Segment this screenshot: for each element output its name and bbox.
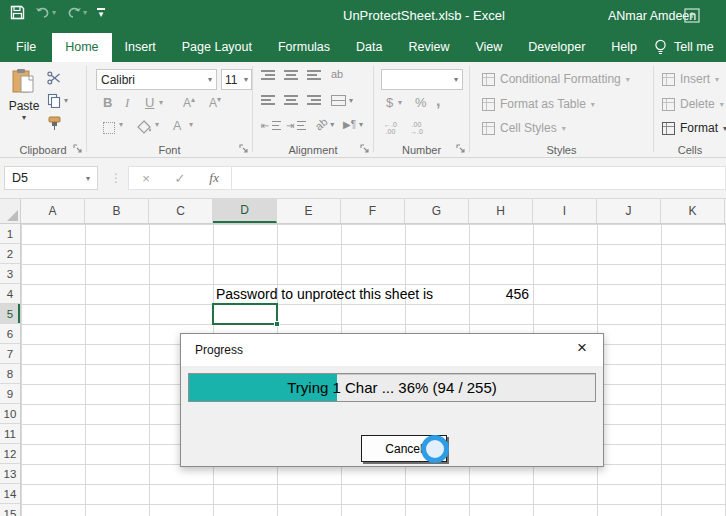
column-header-d[interactable]: D <box>213 199 277 223</box>
select-all-button[interactable] <box>0 199 21 223</box>
tab-data[interactable]: Data <box>343 33 395 62</box>
dialog-close-icon[interactable]: × <box>571 338 593 358</box>
font-color-button[interactable]: A <box>173 119 181 133</box>
bold-button[interactable]: B <box>103 95 112 110</box>
decrease-decimal-icon[interactable]: ←.0 .00 <box>384 121 397 135</box>
borders-icon[interactable] <box>103 122 115 134</box>
row-header-1[interactable]: 1 <box>0 224 20 244</box>
tell-me-label[interactable]: Tell me <box>674 33 714 62</box>
paste-caret-icon[interactable]: ▾ <box>22 113 26 122</box>
number-dialog-launcher-icon[interactable] <box>456 144 466 154</box>
format-as-table-button[interactable]: Format as Table ▾ <box>482 97 595 111</box>
column-header-f[interactable]: F <box>341 199 405 223</box>
paste-button[interactable]: Paste ▾ <box>6 68 42 136</box>
row-header-3[interactable]: 3 <box>0 264 20 284</box>
row-header-13[interactable]: 13 <box>0 464 20 484</box>
middle-align-button[interactable] <box>284 70 298 80</box>
increase-decimal-icon[interactable]: .00 →.0 <box>410 121 423 135</box>
fill-color-icon[interactable] <box>137 120 153 134</box>
percent-style-button[interactable]: % <box>415 95 427 110</box>
format-cells-button[interactable]: Format ▾ <box>662 121 726 135</box>
fill-handle[interactable] <box>274 321 280 327</box>
undo-caret-icon[interactable]: ▾ <box>52 8 56 17</box>
row-header-15[interactable]: 15 <box>0 504 20 516</box>
row-header-7[interactable]: 7 <box>0 344 20 364</box>
active-cell-d5[interactable] <box>212 303 278 325</box>
orientation-button[interactable]: ab▾ <box>315 118 334 130</box>
text-direction-button[interactable]: ▶¶▾ <box>343 119 363 130</box>
alignment-dialog-launcher-icon[interactable] <box>360 144 370 154</box>
row-header-14[interactable]: 14 <box>0 484 20 504</box>
row-header-9[interactable]: 9 <box>0 384 20 404</box>
comma-style-button[interactable]: , <box>436 92 440 110</box>
increase-indent-button[interactable]: ⇥ <box>286 120 306 131</box>
font-size-combobox[interactable]: 11 ▾ <box>221 69 252 90</box>
number-format-combobox[interactable]: ▾ <box>381 69 463 90</box>
column-header-i[interactable]: I <box>533 199 597 223</box>
column-header-b[interactable]: B <box>85 199 149 223</box>
accounting-format-button[interactable]: $ <box>386 95 393 110</box>
tab-insert[interactable]: Insert <box>112 33 169 62</box>
fill-color-caret-icon[interactable]: ▾ <box>155 120 159 129</box>
decrease-indent-button[interactable]: ⇤ <box>261 120 281 131</box>
row-header-11[interactable]: 11 <box>0 424 20 444</box>
borders-caret-icon[interactable]: ▾ <box>119 120 123 129</box>
formula-bar-resize-dots-icon[interactable]: ⋮ <box>110 171 122 185</box>
redo-caret-icon[interactable]: ▾ <box>83 8 87 17</box>
row-header-8[interactable]: 8 <box>0 364 20 384</box>
row-header-12[interactable]: 12 <box>0 444 20 464</box>
copy-button[interactable]: ▾ <box>47 93 68 108</box>
column-header-g[interactable]: G <box>405 199 469 223</box>
copy-caret-icon[interactable]: ▾ <box>64 96 68 105</box>
conditional-formatting-button[interactable]: Conditional Formatting ▾ <box>482 72 630 86</box>
tab-file[interactable]: File <box>0 33 52 62</box>
tab-review[interactable]: Review <box>395 33 462 62</box>
tab-help[interactable]: Help <box>598 33 650 62</box>
column-header-k[interactable]: K <box>661 199 725 223</box>
customize-quick-access-icon[interactable]: ▾ <box>97 8 105 17</box>
tab-formulas[interactable]: Formulas <box>265 33 343 62</box>
align-center-button[interactable] <box>284 95 298 105</box>
tell-me-box[interactable]: Tell me <box>650 33 724 62</box>
bottom-align-button[interactable] <box>307 70 321 80</box>
decrease-font-size-button[interactable]: A▾ <box>209 95 221 110</box>
enter-entry-icon[interactable]: ✓ <box>163 171 197 186</box>
merge-center-button[interactable]: ▾ <box>331 95 353 106</box>
progress-dialog-titlebar[interactable]: Progress × <box>181 334 603 366</box>
undo-icon[interactable]: ▾ <box>35 6 56 19</box>
name-box-caret-icon[interactable]: ▾ <box>86 174 90 183</box>
row-header-5[interactable]: 5 <box>0 304 20 324</box>
insert-function-icon[interactable]: fx <box>197 170 231 186</box>
increase-font-size-button[interactable]: A▴ <box>183 95 195 110</box>
cancel-entry-icon[interactable]: × <box>129 171 163 186</box>
tab-view[interactable]: View <box>462 33 515 62</box>
cell-styles-button[interactable]: Cell Styles ▾ <box>482 121 566 135</box>
formula-input[interactable] <box>231 167 725 189</box>
underline-caret-icon[interactable]: ▾ <box>159 98 163 107</box>
cell-h4-value[interactable]: 456 <box>469 284 529 304</box>
format-painter-button[interactable] <box>47 116 62 131</box>
font-dialog-launcher-icon[interactable] <box>239 144 249 154</box>
align-right-button[interactable] <box>307 95 321 105</box>
row-header-2[interactable]: 2 <box>0 244 20 264</box>
accounting-caret-icon[interactable]: ▾ <box>398 98 402 107</box>
account-user-name[interactable]: ANmar Amdeen <box>608 9 696 23</box>
tab-page-layout[interactable]: Page Layout <box>169 33 265 62</box>
wrap-text-button[interactable]: ab <box>331 68 343 80</box>
redo-icon[interactable]: ▾ <box>66 6 87 19</box>
save-icon[interactable] <box>10 5 25 20</box>
column-header-a[interactable]: A <box>21 199 85 223</box>
ribbon-display-options-icon[interactable] <box>684 8 700 23</box>
font-color-caret-icon[interactable]: ▾ <box>189 120 193 129</box>
cut-button[interactable] <box>47 71 61 85</box>
italic-button[interactable]: I <box>125 95 129 111</box>
underline-button[interactable]: U <box>145 95 154 110</box>
top-align-button[interactable] <box>261 70 275 80</box>
column-header-j[interactable]: J <box>597 199 661 223</box>
font-name-combobox[interactable]: Calibri ▾ <box>96 69 217 90</box>
name-box[interactable]: D5 ▾ <box>4 166 98 190</box>
insert-cells-button[interactable]: Insert ▾ <box>662 72 719 86</box>
clipboard-dialog-launcher-icon[interactable] <box>73 144 83 154</box>
align-left-button[interactable] <box>261 95 275 105</box>
delete-cells-button[interactable]: Delete ▾ <box>662 97 724 111</box>
